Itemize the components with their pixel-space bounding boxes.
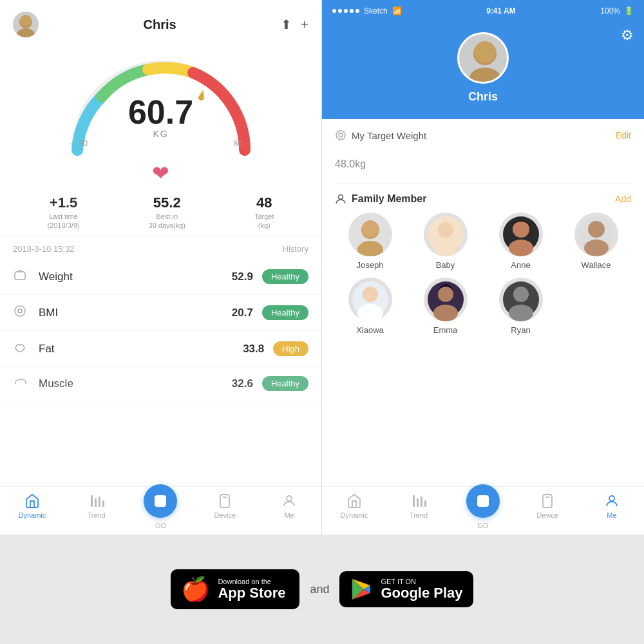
svg-point-19 xyxy=(339,133,343,137)
emma-avatar xyxy=(424,278,468,321)
store-row: 🍎 Download on the App Store and GET IT O… xyxy=(0,535,644,644)
family-member-joseph[interactable]: Joseph xyxy=(335,213,405,270)
family-member-ryan[interactable]: Ryan xyxy=(486,278,556,335)
weight-badge: Healthy xyxy=(262,269,308,284)
status-time: 9:41 AM xyxy=(486,6,516,15)
target-weight-label: My Target Weight xyxy=(352,130,426,141)
best-value: 55.2 xyxy=(149,194,185,211)
svg-point-16 xyxy=(469,68,500,84)
fat-value: 33.8 xyxy=(243,343,264,355)
signal-dot-3 xyxy=(344,9,348,13)
bmi-name: BMI xyxy=(39,307,232,319)
target-stat: 48 Target (kg) xyxy=(254,194,274,229)
svg-point-29 xyxy=(509,240,533,256)
fat-name: Fat xyxy=(39,343,243,355)
bmi-badge: Healthy xyxy=(262,305,308,320)
gauge-center: 60.7 KG xyxy=(128,95,193,139)
measurements-area: 2018-3-10 15:32 History Weight 52.9 Heal… xyxy=(0,236,321,486)
signal-dot-4 xyxy=(350,9,354,13)
baby-avatar xyxy=(424,213,468,256)
nav-me-right[interactable]: Me xyxy=(580,487,644,535)
svg-point-34 xyxy=(363,287,378,302)
svg-point-5 xyxy=(15,306,25,316)
nav-trend-right[interactable]: Trend xyxy=(386,487,451,535)
svg-point-14 xyxy=(287,496,292,501)
svg-point-26 xyxy=(434,239,457,256)
left-panel: Chris ⬆ + xyxy=(0,0,322,535)
best-stat: 55.2 Best in 30 days(kg) xyxy=(149,194,185,229)
bottom-nav-left: Dynamic Trend GO Device xyxy=(0,486,321,535)
measurement-date: 2018-3-10 15:32 xyxy=(13,244,74,254)
add-member-button[interactable]: Add xyxy=(615,194,631,204)
settings-gear-icon[interactable]: ⚙ xyxy=(621,27,634,44)
share-button[interactable]: ⬆ xyxy=(281,17,292,32)
google-play-badge[interactable]: GET IT ON Google Play xyxy=(339,571,473,607)
svg-rect-7 xyxy=(91,495,93,507)
nav-dynamic-left[interactable]: Dynamic xyxy=(0,487,64,535)
svg-point-37 xyxy=(438,287,453,302)
svg-point-6 xyxy=(18,309,22,313)
add-button[interactable]: + xyxy=(301,17,308,32)
family-label-area: Family Member xyxy=(335,193,426,205)
avatar[interactable] xyxy=(13,12,39,37)
family-label: Family Member xyxy=(352,193,426,205)
weight-row: Weight 52.9 Healthy xyxy=(0,259,321,295)
svg-rect-46 xyxy=(477,495,489,507)
family-member-emma[interactable]: Emma xyxy=(410,278,480,335)
top-row: Chris ⬆ + xyxy=(0,0,644,535)
profile-name-right: Chris xyxy=(468,90,498,104)
svg-rect-44 xyxy=(421,497,422,507)
target-weight-section: My Target Weight Edit 48.0kg xyxy=(335,129,631,184)
ryan-avatar xyxy=(499,278,543,321)
nav-device-right[interactable]: Device xyxy=(515,487,580,535)
right-content: My Target Weight Edit 48.0kg Family Memb… xyxy=(322,119,644,345)
fat-icon xyxy=(13,340,32,357)
weight-value: 52.9 xyxy=(232,270,253,283)
nav-device-left[interactable]: Device xyxy=(193,487,257,535)
nav-go-right[interactable]: GO xyxy=(451,487,515,535)
family-member-wallace[interactable]: Wallace xyxy=(561,213,631,270)
svg-point-31 xyxy=(588,221,605,238)
family-grid: Joseph Baby Anne xyxy=(335,213,631,335)
nav-dynamic-right[interactable]: Dynamic xyxy=(322,487,386,535)
target-weight-header: My Target Weight Edit xyxy=(335,129,631,141)
joseph-avatar xyxy=(348,213,392,256)
svg-point-32 xyxy=(584,240,609,256)
stats-row: +1.5 Last time (2018/3/9) 55.2 Best in 3… xyxy=(0,185,321,236)
target-weight-unit: kg xyxy=(355,158,366,169)
signal-area: Sketch 📶 xyxy=(332,6,402,15)
svg-rect-11 xyxy=(155,495,166,507)
history-label: History xyxy=(283,244,308,254)
family-member-xiaowa[interactable]: Xiaowa xyxy=(335,278,405,335)
nav-me-left[interactable]: Me xyxy=(257,487,321,535)
battery-icon: 🔋 xyxy=(624,6,634,15)
family-member-anne[interactable]: Anne xyxy=(486,213,556,270)
svg-rect-12 xyxy=(220,495,229,507)
svg-rect-47 xyxy=(543,495,552,507)
svg-point-18 xyxy=(336,131,345,140)
app-store-badge[interactable]: 🍎 Download on the App Store xyxy=(171,569,299,609)
family-member-baby[interactable]: Baby xyxy=(410,213,480,270)
go-button-right[interactable] xyxy=(466,484,500,518)
last-change-label: Last time xyxy=(47,213,79,220)
main-container: Chris ⬆ + xyxy=(0,0,644,644)
measurements-header: 2018-3-10 15:32 History xyxy=(0,236,321,259)
svg-rect-42 xyxy=(413,495,415,507)
go-button-left[interactable] xyxy=(144,484,177,518)
nav-trend-left[interactable]: Trend xyxy=(64,487,129,535)
fat-badge: High xyxy=(273,341,308,356)
svg-point-22 xyxy=(357,241,383,256)
nav-go-left[interactable]: GO xyxy=(129,487,193,535)
google-play-line2: Google Play xyxy=(381,585,462,601)
muscle-name: Muscle xyxy=(39,377,232,390)
wallace-name: Wallace xyxy=(582,260,611,270)
best-sublabel: 30 days(kg) xyxy=(149,222,185,229)
baby-name: Baby xyxy=(436,260,455,270)
best-label: Best in xyxy=(149,213,185,220)
edit-button[interactable]: Edit xyxy=(616,130,631,140)
status-bar: Sketch 📶 9:41 AM 100% 🔋 xyxy=(322,6,644,15)
muscle-icon xyxy=(13,375,32,392)
weight-display: 60.7 xyxy=(128,95,193,129)
gauge-max-label: 80 — xyxy=(234,139,252,148)
signal-label: Sketch xyxy=(364,6,388,15)
